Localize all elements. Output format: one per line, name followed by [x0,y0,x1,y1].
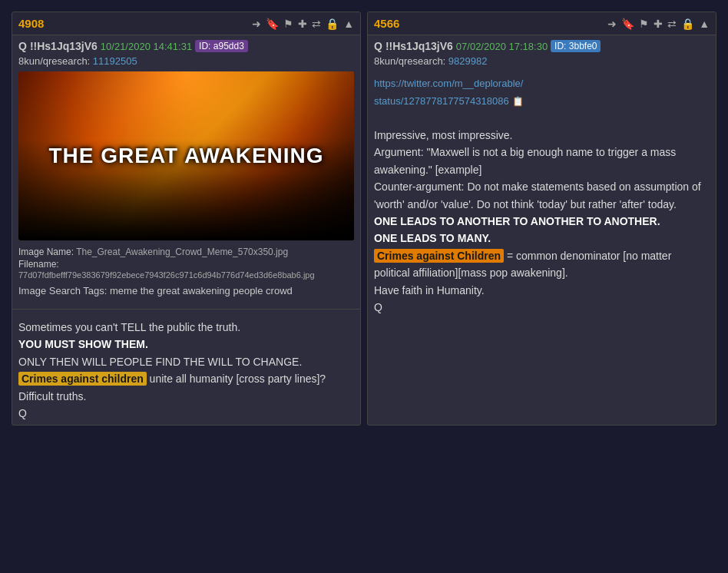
bookmark-icon[interactable]: 🔖 [266,18,279,30]
post-image-4908: THE GREAT AWAKENING [18,71,354,240]
timestamp-4566: 07/02/2020 17:18:30 [456,41,548,52]
image-search-tags: Image Search Tags: meme the great awaken… [12,282,360,303]
expand-icon-2[interactable]: ✚ [654,18,663,30]
header-icons-4908: ➜ 🔖 ⚑ ✚ ⇄ 🔒 ▲ [252,18,354,30]
filename-value: 77d07fdfbefff79e383679f92ebece7943f26c97… [18,270,315,280]
highlight-line: Crimes against children unite all humani… [18,370,354,387]
after-highlight: unite all humanity [cross party lines]? [147,373,326,385]
para-1: Sometimes you can't TELL the public the … [18,319,354,336]
have-faith: Have faith in Humanity. [374,282,710,299]
image-text: THE GREAT AWAKENING [41,143,331,169]
post-body-text-4566: https://twitter.com/m__deplorable/ statu… [368,71,716,319]
image-search-value: meme the great awakening people crowd [110,285,293,296]
upload-icon[interactable]: ▲ [343,18,354,30]
board-link-4566[interactable]: 9829982 [448,55,488,67]
link-2[interactable]: status/1278778177574318086 [374,95,509,107]
arrows-icon-2[interactable]: ⇄ [667,18,677,30]
id-badge-4566[interactable]: ID: 3bbfe0 [551,40,601,52]
para-3: ONLY THEN WILL PEOPLE FIND THE WILL TO C… [18,353,354,370]
para-impressive: Impressive, most impressive. [374,127,710,144]
post-body-text-4908: Sometimes you can't TELL the public the … [12,316,360,425]
para-counter: Counter-argument: Do not make statements… [374,178,710,213]
twitter-link[interactable]: https://twitter.com/m__deplorable/ statu… [374,75,710,110]
post-meta-4908: Q !!Hs1Jq13jV6 10/21/2020 14:41:31 ID: a… [12,35,360,55]
para-one-many: ONE LEADS TO MANY. [374,230,710,247]
lock-icon-2[interactable]: 🔒 [681,18,694,30]
flag-icon-2[interactable]: ⚑ [639,18,649,30]
share-icon-2[interactable]: ➜ [607,18,617,30]
post-header-4566: 4566 ➜ 🔖 ⚑ ✚ ⇄ 🔒 ▲ [368,12,716,35]
post-card-4908: 4908 ➜ 🔖 ⚑ ✚ ⇄ 🔒 ▲ Q !!Hs1Jq13jV6 10/21/… [12,12,361,426]
link-1[interactable]: https://twitter.com/m__deplorable/ [374,78,523,89]
post-number-4566: 4566 [374,17,399,30]
id-badge-4908[interactable]: ID: a95dd3 [195,40,248,52]
highlight-line-2: Crimes against Children = common denomin… [374,247,710,282]
upload-icon-2[interactable]: ▲ [699,18,710,30]
board-ref-4566: 8kun/qresearch: 9829982 [368,55,716,71]
highlight-crimes-children-2: Crimes against Children [374,249,504,263]
arrows-icon[interactable]: ⇄ [312,18,321,30]
username-4908: !!Hs1Jq13jV6 [30,40,98,52]
board-label-4908: 8kun/qresearch: [18,55,90,67]
copy-icon[interactable]: 📋 [512,96,524,107]
para-one-leads: ONE LEADS TO ANOTHER TO ANOTHER TO ANOTH… [374,213,710,230]
username-4566: !!Hs1Jq13jV6 [386,40,453,52]
timestamp-4908: 10/21/2020 14:41:31 [101,41,192,52]
post-number-4908: 4908 [18,17,44,30]
q-sig-2: Q [374,299,710,316]
bookmark-icon-2[interactable]: 🔖 [621,18,634,30]
posts-container: 4908 ➜ 🔖 ⚑ ✚ ⇄ 🔒 ▲ Q !!Hs1Jq13jV6 10/21/… [8,8,720,429]
image-name-label: Image Name: [18,247,74,257]
expand-icon[interactable]: ✚ [298,18,307,30]
q-sig-1: Q [18,405,354,422]
flag-icon[interactable]: ⚑ [283,18,293,30]
image-name-value: The_Great_Awakening_Crowd_Meme_570x350.j… [76,247,288,257]
header-icons-4566: ➜ 🔖 ⚑ ✚ ⇄ 🔒 ▲ [607,18,710,30]
board-label-4566: 8kun/qresearch: [374,55,445,67]
board-ref-4908: 8kun/qresearch: 11192505 [12,55,360,71]
image-search-label: Image Search Tags: [18,285,107,296]
para-2: YOU MUST SHOW THEM. [18,336,354,353]
post-header-4908: 4908 ➜ 🔖 ⚑ ✚ ⇄ 🔒 ▲ [12,12,360,35]
q-label-4566: Q [374,40,382,52]
lock-icon[interactable]: 🔒 [326,18,339,30]
para-argument: Argument: "Maxwell is not a big enough n… [374,144,710,178]
q-label-4908: Q [18,40,27,52]
filename-label: Filename: [18,259,59,270]
board-link-4908[interactable]: 11192505 [93,55,137,67]
highlight-crimes-children: Crimes against children [18,372,147,386]
share-icon[interactable]: ➜ [252,18,261,30]
image-name-line: Image Name: The_Great_Awakening_Crowd_Me… [12,247,360,257]
post-card-4566: 4566 ➜ 🔖 ⚑ ✚ ⇄ 🔒 ▲ Q !!Hs1Jq13jV6 07/02/… [367,12,716,426]
post-meta-4566: Q !!Hs1Jq13jV6 07/02/2020 17:18:30 ID: 3… [368,35,716,55]
difficult-truths: Difficult truths. [18,388,354,405]
filename-line: Filename: 77d07fdfbefff79e383679f92ebece… [12,259,360,280]
